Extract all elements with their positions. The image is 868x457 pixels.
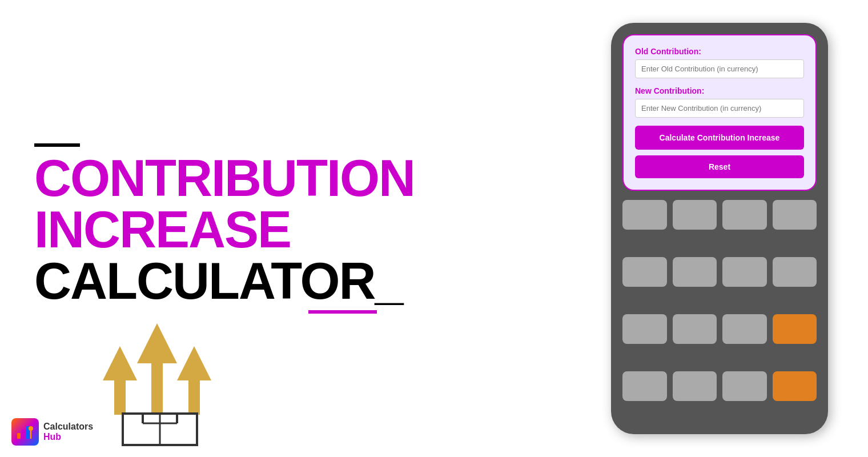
new-contribution-input[interactable] [635,99,804,118]
key-orange-1[interactable] [773,314,817,344]
arrows-box-illustration [69,289,240,449]
key-14[interactable] [722,371,767,401]
key-9[interactable] [622,314,667,344]
key-10[interactable] [673,314,717,344]
left-section: CONTRIBUTION INCREASE CALCULATOR_ [0,0,571,457]
key-orange-2[interactable] [773,371,817,401]
key-5[interactable] [622,257,667,287]
new-contribution-label: New Contribution: [635,86,804,95]
svg-rect-8 [17,433,21,439]
key-3[interactable] [722,200,767,230]
old-contribution-label: Old Contribution: [635,47,804,56]
logo-icon [11,418,39,446]
svg-marker-2 [177,346,211,415]
calculator-screen: Old Contribution: New Contribution: Calc… [622,34,817,191]
right-section: Old Contribution: New Contribution: Calc… [571,0,868,457]
logo-name-line1: Calculators [43,422,93,432]
logo: Calculators Hub [11,418,93,446]
key-6[interactable] [673,257,717,287]
top-decorative-bar [34,143,80,147]
key-2[interactable] [673,200,717,230]
svg-marker-1 [137,323,177,415]
illustration [69,289,240,451]
key-1[interactable] [622,200,667,230]
key-7[interactable] [722,257,767,287]
logo-text: Calculators Hub [43,422,93,442]
calculate-button[interactable]: Calculate Contribution Increase [635,126,804,150]
logo-svg-icon [16,423,34,441]
logo-name-line2: Hub [43,432,93,442]
old-contribution-input[interactable] [635,59,804,78]
key-12[interactable] [622,371,667,401]
calculator-device: Old Contribution: New Contribution: Calc… [611,23,828,434]
key-13[interactable] [673,371,717,401]
calculator-keypad [622,200,817,423]
key-8[interactable] [773,257,817,287]
key-4[interactable] [773,200,817,230]
title-contribution: CONTRIBUTION [34,153,537,204]
reset-button[interactable]: Reset [635,155,804,178]
svg-marker-0 [103,346,137,415]
svg-rect-9 [22,430,25,439]
key-11[interactable] [722,314,767,344]
title-increase: INCREASE [34,204,537,255]
